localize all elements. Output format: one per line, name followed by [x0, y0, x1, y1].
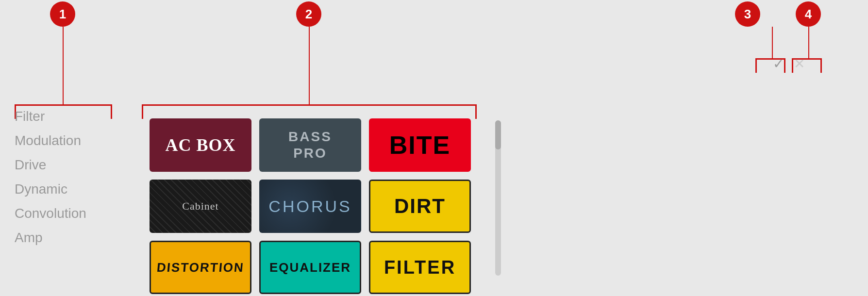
- connector-line-4: [808, 27, 809, 58]
- cancel-button[interactable]: ✕: [794, 56, 805, 72]
- sidebar-item-modulation[interactable]: Modulation: [15, 131, 86, 150]
- effect-bite-label: BITE: [389, 131, 451, 160]
- effect-dirt-label: DIRT: [394, 195, 446, 218]
- connector-line-2: [309, 27, 310, 104]
- effect-chorus[interactable]: CHORUS: [259, 180, 361, 233]
- bracket-2-top: [142, 104, 477, 106]
- effect-bite[interactable]: BITE: [369, 118, 471, 172]
- effects-grid: AC BOX BASSPRO BITE Cabinet CHORUS DIRT …: [142, 111, 491, 296]
- confirm-button[interactable]: ✓: [773, 56, 784, 72]
- sidebar-item-convolution[interactable]: Convolution: [15, 204, 86, 223]
- effect-cabinet-label: Cabinet: [182, 200, 218, 213]
- effect-distortion-label: DISTORTION: [156, 260, 245, 275]
- effect-dirt[interactable]: DIRT: [369, 180, 471, 233]
- bracket-1-top: [15, 104, 112, 106]
- scrollbar-thumb[interactable]: [495, 120, 501, 149]
- bracket-1-right: [111, 104, 112, 119]
- effect-distortion[interactable]: DISTORTION: [150, 241, 251, 294]
- effect-cabinet[interactable]: Cabinet: [150, 180, 251, 233]
- bracket-3-left: [755, 58, 757, 73]
- circle-2: 2: [296, 1, 321, 27]
- effect-equalizer[interactable]: EQUALIZER: [259, 241, 361, 294]
- connector-line-3: [772, 27, 773, 58]
- circle-4: 4: [796, 1, 821, 27]
- sidebar-item-filter[interactable]: Filter: [15, 107, 86, 126]
- effect-bass-pro-label: BASSPRO: [288, 129, 332, 161]
- effect-ac-box[interactable]: AC BOX: [150, 118, 251, 172]
- effect-chorus-label: CHORUS: [268, 197, 351, 216]
- effect-equalizer-label: EQUALIZER: [269, 260, 351, 275]
- circle-1: 1: [50, 1, 75, 27]
- sidebar: Filter Modulation Drive Dynamic Convolut…: [15, 107, 86, 247]
- effect-filter[interactable]: FILTER: [369, 241, 471, 294]
- effect-bass-pro[interactable]: BASSPRO: [259, 118, 361, 172]
- bracket-4-right: [820, 58, 822, 73]
- sidebar-item-dynamic[interactable]: Dynamic: [15, 180, 86, 199]
- scrollbar-track[interactable]: [495, 120, 501, 276]
- circle-3: 3: [735, 1, 760, 27]
- action-buttons: ✓ ✕: [773, 56, 805, 72]
- effect-filter-label: FILTER: [384, 257, 456, 278]
- effects-grid-container: AC BOX BASSPRO BITE Cabinet CHORUS DIRT …: [142, 111, 491, 296]
- effect-ac-box-label: AC BOX: [165, 135, 235, 155]
- sidebar-item-amp[interactable]: Amp: [15, 228, 86, 247]
- sidebar-item-drive[interactable]: Drive: [15, 155, 86, 175]
- connector-line-1: [63, 27, 64, 104]
